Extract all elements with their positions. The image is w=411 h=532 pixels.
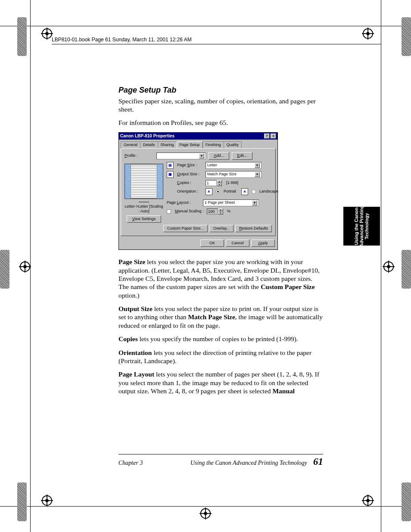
orientation-label: Orientation : xyxy=(177,189,203,194)
registration-mark-icon xyxy=(199,507,212,520)
portrait-radio[interactable] xyxy=(216,190,220,194)
profile-label: Profile : xyxy=(125,153,154,158)
chapter-thumb-tab: Using the Canon Advanced Printing Techno… xyxy=(343,207,380,246)
chevron-down-icon: ▼ xyxy=(199,153,204,159)
output-size-paragraph: Output Size lets you select the paper si… xyxy=(118,305,323,330)
ok-button[interactable]: OK xyxy=(200,240,224,247)
tab-finishing[interactable]: Finishing xyxy=(202,141,224,148)
page-header: LBP810-01.book Page 61 Sunday, March 11,… xyxy=(52,37,381,44)
chevron-down-icon: ▼ xyxy=(255,163,260,168)
page-size-dropdown[interactable]: Letter▼ xyxy=(206,162,262,169)
intro-paragraph: Specifies paper size, scaling, number of… xyxy=(118,97,323,114)
tab-details[interactable]: Details xyxy=(140,141,158,148)
svg-point-11 xyxy=(23,265,26,268)
chevron-down-icon: ▼ xyxy=(252,200,257,205)
printer-icon xyxy=(139,202,149,202)
portrait-label: Portrait xyxy=(224,189,236,194)
page-layout-label: Page Layout : xyxy=(167,200,200,205)
spinner-up-icon[interactable]: ▲ xyxy=(217,180,222,183)
crop-line-bottom xyxy=(0,506,411,507)
profile-dropdown[interactable]: ▼ xyxy=(156,152,206,159)
page-footer: Chapter 3 Using the Canon Advanced Print… xyxy=(118,454,323,467)
chapter-thumb-label: Using the Canon Advanced Printing Techno… xyxy=(354,205,369,247)
output-size-icon: ▦ xyxy=(167,171,174,178)
registration-mark-icon xyxy=(383,261,395,273)
tab-strip: General Details Sharing Page Setup Finis… xyxy=(119,140,277,148)
output-size-dropdown[interactable]: Match Page Size▼ xyxy=(206,171,262,178)
manual-scaling-checkbox[interactable] xyxy=(167,209,171,214)
page-layout-paragraph: Page Layout lets you select the number o… xyxy=(118,370,323,395)
registration-mark-icon xyxy=(41,28,53,40)
dialog-title: Canon LBP-810 Properties xyxy=(120,134,174,139)
manual-scaling-input[interactable] xyxy=(207,208,218,215)
binding-edge-icon xyxy=(402,482,411,521)
preview-paper-icon xyxy=(125,164,163,199)
orientation-paragraph: Orientation lets you select the directio… xyxy=(118,348,323,365)
svg-point-7 xyxy=(366,32,369,35)
binding-edge-icon xyxy=(17,17,27,56)
profiles-reference: For information on Profiles, see page 65… xyxy=(118,118,323,127)
output-size-label: Output Size : xyxy=(177,172,203,177)
help-button[interactable]: ? xyxy=(264,134,270,139)
custom-paper-size-button[interactable]: Custom Paper Size... xyxy=(163,225,208,232)
svg-point-23 xyxy=(366,499,369,502)
tab-panel: Profile : ▼ Add... Edit... Letter->Lette… xyxy=(121,148,276,236)
copies-label: Copies : xyxy=(177,180,203,185)
crop-line-top xyxy=(0,26,411,26)
svg-point-3 xyxy=(45,32,48,35)
spinner-down-icon[interactable]: ▼ xyxy=(218,212,223,215)
view-settings-button[interactable]: View Settings xyxy=(127,215,161,223)
cancel-button[interactable]: Cancel xyxy=(226,240,249,247)
registration-mark-icon xyxy=(41,495,53,507)
close-button[interactable]: × xyxy=(271,134,276,139)
dialog-titlebar: Canon LBP-810 Properties ? × xyxy=(119,133,277,140)
svg-point-19 xyxy=(45,499,48,502)
properties-dialog: Canon LBP-810 Properties ? × General Det… xyxy=(118,132,278,250)
tab-quality[interactable]: Quality xyxy=(224,141,242,148)
tab-sharing[interactable]: Sharing xyxy=(158,141,177,148)
manual-scaling-label: Manual Scaling : xyxy=(175,209,204,214)
preview-status-text: Letter->Letter [Scaling : Auto] xyxy=(125,204,163,214)
page-size-label: Page Size : xyxy=(177,163,203,168)
tab-general[interactable]: General xyxy=(121,141,140,148)
manual-scaling-spinner[interactable]: ▲▼ xyxy=(207,208,223,215)
svg-point-27 xyxy=(204,512,207,515)
apply-button[interactable]: Apply xyxy=(251,240,275,247)
crop-line-right xyxy=(381,0,381,532)
copies-paragraph: Copies lets you specify the number of co… xyxy=(118,335,323,343)
copies-range: [1-999] xyxy=(226,180,238,185)
edit-profile-button[interactable]: Edit... xyxy=(232,152,252,159)
main-content: Page Setup Tab Specifies paper size, sca… xyxy=(118,85,323,400)
landscape-radio[interactable] xyxy=(252,190,256,194)
chevron-down-icon: ▼ xyxy=(255,172,260,177)
restore-defaults-button[interactable]: Restore Defaults xyxy=(235,225,272,232)
add-profile-button[interactable]: Add... xyxy=(209,152,229,159)
page-number: 61 xyxy=(313,456,323,467)
scaling-unit: % xyxy=(227,209,230,214)
registration-mark-icon xyxy=(19,261,31,273)
landscape-label: Landscape xyxy=(259,189,278,194)
footer-title: Using the Canon Advanced Printing Techno… xyxy=(190,460,307,466)
binding-edge-icon xyxy=(402,250,411,289)
registration-mark-icon xyxy=(362,495,374,507)
page-layout-dropdown[interactable]: 1 Page per Sheet▼ xyxy=(203,199,259,206)
binding-edge-icon xyxy=(0,250,9,289)
binding-edge-icon xyxy=(402,17,411,56)
tab-page-setup[interactable]: Page Setup xyxy=(177,141,203,148)
footer-chapter: Chapter 3 xyxy=(118,460,143,467)
page-preview: Letter->Letter [Scaling : Auto] View Set… xyxy=(125,162,163,222)
section-heading: Page Setup Tab xyxy=(118,85,323,95)
portrait-icon: A xyxy=(206,188,212,195)
header-text: LBP810-01.book Page 61 Sunday, March 11,… xyxy=(52,37,192,43)
spinner-up-icon[interactable]: ▲ xyxy=(218,208,223,212)
binding-edge-icon xyxy=(17,482,27,521)
landscape-icon: A xyxy=(241,188,248,195)
copies-spinner[interactable]: ▲▼ xyxy=(206,180,222,186)
page-size-icon: ▤ xyxy=(167,162,174,169)
spinner-down-icon[interactable]: ▼ xyxy=(217,183,222,186)
copies-input[interactable] xyxy=(206,180,217,186)
overlay-button[interactable]: Overlay... xyxy=(209,225,234,232)
svg-point-15 xyxy=(387,265,390,268)
page-size-paragraph: Page Size lets you select the paper size… xyxy=(118,258,323,299)
